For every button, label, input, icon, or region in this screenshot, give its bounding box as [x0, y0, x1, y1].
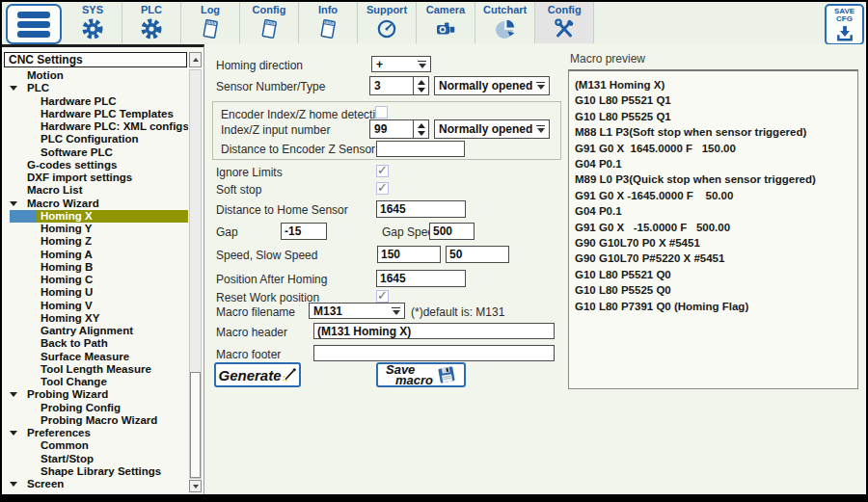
- tree-item[interactable]: Hardware PLC Templates: [2, 108, 188, 120]
- macro-filename-label: Macro filename: [216, 305, 295, 319]
- macro-filename-select[interactable]: M131: [309, 303, 405, 319]
- ignore-limits-label: Ignore Limits: [216, 166, 283, 179]
- soft-stop-checkbox[interactable]: ✓: [376, 182, 389, 195]
- toolbar-tab[interactable]: PLC: [122, 2, 181, 43]
- toolbar-tabs: SYS PLC Log: [64, 2, 594, 43]
- tree-item[interactable]: Homing XY: [2, 312, 188, 325]
- tree-root-header[interactable]: CNC Settings: [4, 52, 187, 67]
- tree-scrollbar[interactable]: [189, 69, 202, 479]
- menu-button[interactable]: [6, 4, 62, 44]
- distance-home-input[interactable]: [376, 200, 466, 218]
- save-macro-button[interactable]: Save macro: [376, 362, 466, 387]
- dial-icon: [375, 17, 398, 40]
- arrow-down-icon: [193, 485, 199, 489]
- macro-filename-hint: (*)default is: M131: [411, 305, 504, 319]
- toolbar-tab[interactable]: Config: [535, 2, 594, 43]
- macro-line: G10 L80 P7391 Q0 (Homing Flag): [575, 299, 852, 314]
- tree-item[interactable]: Software PLC: [2, 146, 188, 159]
- generate-button[interactable]: Generate: [214, 362, 301, 387]
- gear-icon: [140, 17, 163, 40]
- homing-direction-label: Homing direction: [216, 59, 303, 72]
- ignore-limits-checkbox[interactable]: ✓: [376, 165, 389, 177]
- tree-item[interactable]: Probing Wizard: [2, 388, 188, 401]
- speed-label: Speed, Slow Speed: [216, 249, 317, 262]
- toolbar-tab[interactable]: Info: [299, 2, 358, 43]
- toolbar-tab[interactable]: Support: [358, 2, 417, 43]
- macro-preview-label: Macro preview: [570, 52, 645, 66]
- tree-item[interactable]: Surface Measure: [2, 351, 188, 363]
- sensor-number-spinner[interactable]: 3: [369, 76, 429, 95]
- reset-work-checkbox[interactable]: ✓: [376, 290, 389, 303]
- slow-speed-input[interactable]: [446, 246, 509, 263]
- macro-footer-input[interactable]: [313, 345, 555, 361]
- tree-item[interactable]: Back to Path: [2, 337, 188, 350]
- tree-item[interactable]: Macro Wizard: [2, 198, 188, 210]
- notebook-icon: [199, 17, 222, 40]
- macro-line: M89 L0 P3(Quick stop when sensor trigger…: [575, 172, 852, 187]
- expander-icon: [10, 392, 17, 397]
- homing-direction-select[interactable]: +: [371, 56, 431, 72]
- distance-home-label: Distance to Home Sensor: [216, 203, 348, 217]
- spinner-arrows-icon[interactable]: [413, 77, 428, 94]
- tree-item[interactable]: Homing C: [2, 274, 188, 286]
- encoder-detect-checkbox[interactable]: [375, 106, 388, 119]
- tree-item[interactable]: PLC: [2, 82, 188, 94]
- macro-header-input[interactable]: [313, 323, 555, 339]
- tree-item[interactable]: G-codes settings: [2, 159, 188, 172]
- tree-item[interactable]: Gantry Alignment: [2, 325, 188, 337]
- macro-line: G90 G10L70 P0 X #5451: [575, 235, 852, 251]
- index-input-label: Index/Z input number: [221, 123, 330, 137]
- tree-items: Motion PLC Hardware PLC Hardware: [2, 69, 188, 492]
- tree-item[interactable]: DXF import settings: [2, 172, 188, 184]
- tree-item[interactable]: Preferences: [2, 427, 188, 439]
- arrow-up-icon: [193, 58, 199, 62]
- tree-item[interactable]: Shape Library Settings: [2, 465, 188, 478]
- tree-item[interactable]: Probing Config: [2, 402, 188, 414]
- macro-line: G91 G0 X -1645.0000 F 50.00: [575, 188, 852, 203]
- toolbar-tab[interactable]: Camera: [417, 2, 475, 43]
- tree-item[interactable]: Tool Length Measure: [2, 363, 188, 376]
- tree-item[interactable]: Hardware PLC: XML configs: [2, 120, 188, 133]
- position-after-input[interactable]: [376, 270, 466, 287]
- macro-line: G90 G10L70 P#5220 X #5451: [575, 251, 852, 266]
- main-area: CNC Settings Motion PLC: [2, 44, 866, 494]
- tree-item[interactable]: Macro List: [2, 184, 188, 197]
- tree-item[interactable]: Start/Stop: [2, 453, 188, 465]
- scroll-up-button[interactable]: [189, 52, 202, 67]
- tree-item[interactable]: Probing Macro Wizard: [2, 414, 188, 427]
- expander-icon: [10, 431, 17, 436]
- toolbar-tab[interactable]: Log: [181, 2, 240, 43]
- index-type-select[interactable]: Normally opened: [434, 119, 550, 139]
- tree-item[interactable]: Tool Change: [2, 376, 188, 388]
- save-cfg-button[interactable]: SAVE CFG: [825, 4, 864, 45]
- toolbar-tab[interactable]: Config: [240, 2, 299, 43]
- encoder-distance-input[interactable]: [376, 141, 465, 157]
- index-input-spinner[interactable]: 99: [369, 119, 429, 139]
- toolbar-tab[interactable]: Cutchart: [475, 2, 535, 43]
- speed-input[interactable]: [377, 246, 441, 263]
- tree-item[interactable]: Homing Z: [2, 235, 188, 248]
- tree-item[interactable]: Homing Y: [2, 223, 188, 235]
- tree-item[interactable]: Homing X: [2, 210, 188, 223]
- tree-item[interactable]: Homing A: [2, 249, 188, 261]
- spinner-arrows-icon[interactable]: [413, 120, 428, 138]
- gap-speed-input[interactable]: [429, 223, 475, 240]
- scrollbar-thumb[interactable]: [190, 372, 201, 478]
- tree-item[interactable]: PLC Configuration: [2, 133, 188, 145]
- chevron-down-icon: [390, 307, 402, 315]
- tree-item[interactable]: Homing V: [2, 300, 188, 312]
- scroll-down-button[interactable]: [189, 480, 202, 492]
- sensor-type-select[interactable]: Normally opened: [434, 76, 550, 95]
- chevron-down-icon: [534, 82, 547, 90]
- tree-item[interactable]: Homing B: [2, 261, 188, 274]
- camera-icon: [434, 17, 457, 40]
- tree-item[interactable]: Common: [2, 439, 188, 452]
- tree-item[interactable]: Homing U: [2, 286, 188, 299]
- macro-line: G10 L80 P5521 Q1: [575, 92, 852, 108]
- tree-item[interactable]: Screen: [2, 478, 188, 490]
- toolbar-tab[interactable]: SYS: [64, 2, 122, 43]
- macro-preview-box[interactable]: (M131 Homing X) G10 L80 P5521 Q1 G10 L80…: [568, 69, 858, 389]
- gap-input[interactable]: [281, 223, 327, 240]
- tree-item[interactable]: Motion: [2, 69, 188, 82]
- tree-item[interactable]: Hardware PLC: [2, 95, 188, 108]
